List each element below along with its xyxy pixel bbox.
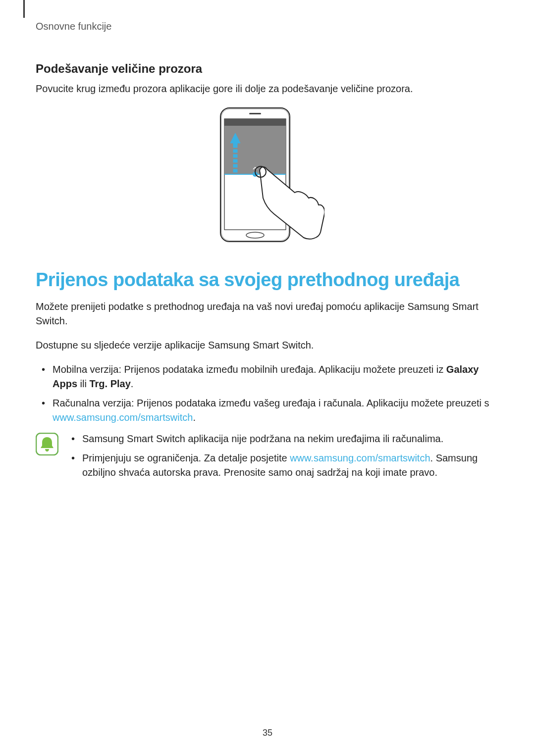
svg-rect-10 (233, 145, 237, 148)
bullet-mobile-version: Mobilna verzija: Prijenos podataka izmeđ… (53, 362, 499, 391)
note-unsupported: Samsung Smart Switch aplikacija nije pod… (82, 432, 499, 446)
page-content: Osnovne funkcije Podešavanje veličine pr… (0, 0, 535, 485)
body-transfer-1: Možete prenijeti podatke s prethodnog ur… (36, 300, 499, 328)
svg-rect-11 (233, 150, 237, 152)
phone-drag-illustration-svg (211, 106, 324, 245)
bell-note-icon (36, 433, 58, 455)
link-smartswitch-2[interactable]: www.samsung.com/smartswitch (290, 453, 430, 463)
svg-rect-14 (233, 164, 237, 167)
subheading-resize: Podešavanje veličine prozora (36, 62, 499, 76)
svg-rect-15 (233, 169, 237, 172)
svg-rect-6 (224, 119, 286, 126)
bullet-list-versions: Mobilna verzija: Prijenos podataka izmeđ… (36, 362, 499, 425)
body-transfer-2: Dostupne su sljedeće verzije aplikacije … (36, 338, 499, 353)
illustration-phone-gesture (36, 106, 499, 245)
svg-rect-2 (249, 113, 261, 114)
bullet-desktop-version: Računalna verzija: Prijenos podataka izm… (53, 396, 499, 425)
body-resize: Povucite krug između prozora aplikacije … (36, 82, 499, 96)
svg-rect-13 (233, 159, 237, 162)
svg-rect-12 (233, 154, 237, 157)
note-block: Samsung Smart Switch aplikacija nije pod… (36, 432, 499, 485)
chapter-title: Osnovne funkcije (36, 21, 499, 32)
link-smartswitch-1[interactable]: www.samsung.com/smartswitch (53, 412, 193, 423)
page-number: 35 (0, 728, 535, 738)
heading-transfer: Prijenos podataka sa svojeg prethodnog u… (36, 269, 499, 291)
note-restrictions: Primjenjuju se ograničenja. Za detalje p… (82, 451, 499, 480)
tab-mark (23, 0, 25, 18)
note-bullet-list: Samsung Smart Switch aplikacija nije pod… (67, 432, 499, 485)
